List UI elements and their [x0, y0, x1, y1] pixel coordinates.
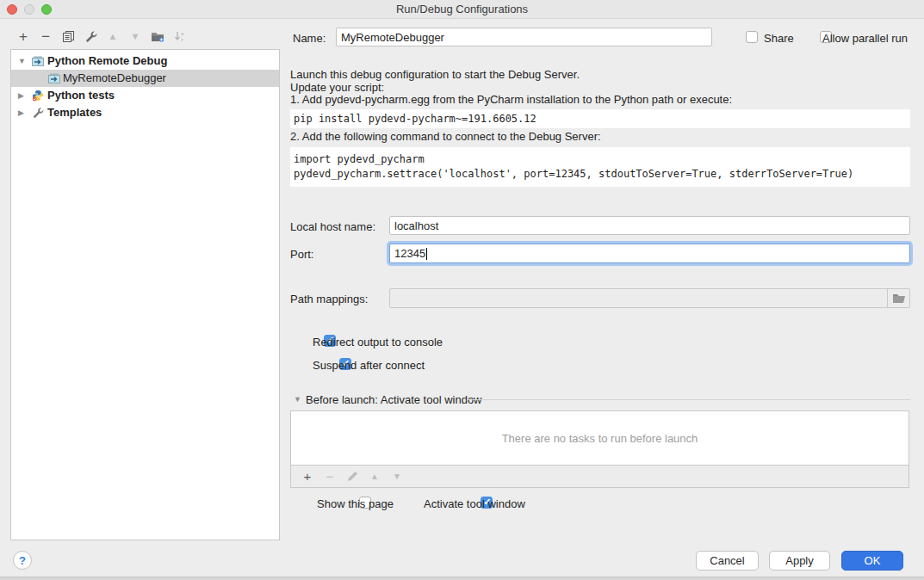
- move-task-down-icon: ▼: [386, 468, 408, 485]
- pip-command-code: pip install pydevd-pycharm~=191.6605.12: [290, 109, 910, 128]
- tree-item-myremotedebugger[interactable]: MyRemoteDebugger: [11, 70, 279, 87]
- new-folder-icon[interactable]: [146, 28, 169, 45]
- help-step-2: 2. Add the following command to connect …: [290, 130, 601, 143]
- move-up-icon: ▲: [102, 28, 124, 45]
- port-label: Port:: [290, 248, 313, 261]
- help-button[interactable]: ?: [13, 551, 32, 570]
- remove-configuration-button[interactable]: −: [34, 28, 57, 45]
- tree-item-label: Templates: [47, 104, 102, 121]
- port-input[interactable]: 12345: [389, 244, 910, 263]
- before-launch-collapse-icon[interactable]: ▼: [294, 395, 301, 404]
- configurations-tree: ▼ Python Remote Debug MyRemoteDebugger ▶: [10, 49, 280, 540]
- tree-item-label: Python tests: [47, 87, 115, 104]
- edit-defaults-wrench-icon[interactable]: [79, 28, 102, 45]
- name-label: Name:: [293, 32, 326, 45]
- configurations-toolbar: + − ▲ ▼ a z: [12, 28, 191, 45]
- add-configuration-button[interactable]: +: [12, 28, 34, 45]
- chevron-right-icon[interactable]: ▶: [18, 104, 24, 121]
- local-host-name-input[interactable]: [389, 216, 910, 235]
- remove-task-button: −: [319, 468, 341, 485]
- redirect-output-label: Redirect output to console: [313, 336, 443, 349]
- tree-item-python-remote-debug[interactable]: ▼ Python Remote Debug: [11, 52, 279, 70]
- suspend-after-connect-label: Suspend after connect: [313, 359, 425, 372]
- before-launch-toolbar: + − ▲ ▼: [290, 466, 909, 488]
- before-launch-title: Before launch: Activate tool window: [306, 393, 482, 406]
- sort-alphabetically-icon: a z: [169, 28, 191, 45]
- apply-button[interactable]: Apply: [769, 551, 830, 571]
- allow-parallel-run-label: Allow parallel run: [822, 32, 908, 45]
- help-line-2: Update your script:: [290, 81, 384, 94]
- copy-configuration-icon[interactable]: [57, 28, 79, 45]
- tree-item-label: Python Remote Debug: [47, 52, 167, 70]
- settrace-code-block: import pydevd_pycharmpydevd_pycharm.sett…: [290, 147, 910, 187]
- section-separator: [467, 399, 910, 400]
- help-line-1: Launch this debug configuration to start…: [290, 68, 580, 81]
- before-launch-task-list[interactable]: There are no tasks to run before launch: [290, 410, 909, 466]
- path-mappings-label: Path mappings:: [290, 293, 368, 305]
- share-checkbox[interactable]: [746, 31, 758, 43]
- share-label: Share: [764, 32, 794, 45]
- before-launch-empty-text: There are no tasks to run before launch: [502, 432, 698, 445]
- move-down-icon: ▼: [124, 28, 146, 45]
- show-this-page-label: Show this page: [317, 497, 394, 510]
- tree-item-label: MyRemoteDebugger: [63, 70, 166, 87]
- chevron-down-icon[interactable]: ▼: [18, 52, 26, 70]
- tree-item-templates[interactable]: ▶ Templates: [11, 104, 279, 121]
- svg-text:z: z: [181, 37, 183, 42]
- path-mappings-input[interactable]: [389, 288, 910, 308]
- chevron-right-icon[interactable]: ▶: [18, 87, 24, 104]
- activate-tool-window-label: Activate tool window: [424, 497, 525, 510]
- ok-button[interactable]: OK: [841, 551, 903, 571]
- svg-text:a: a: [181, 31, 184, 36]
- local-host-name-label: Local host name:: [290, 220, 375, 233]
- help-step-1: 1. Add pydevd-pycharm.egg from the PyCha…: [290, 93, 732, 106]
- tree-item-python-tests[interactable]: ▶ Python tests: [11, 87, 279, 104]
- add-task-button[interactable]: +: [296, 468, 319, 485]
- browse-path-mappings-button[interactable]: [887, 289, 909, 307]
- move-task-up-icon: ▲: [363, 468, 386, 485]
- wrench-icon: [32, 107, 44, 124]
- edit-task-pencil-icon: [341, 468, 363, 485]
- window-bottom-edge: [0, 577, 924, 580]
- name-input[interactable]: [336, 28, 712, 46]
- text-caret: [426, 248, 427, 260]
- folder-icon: [892, 293, 906, 304]
- cancel-button[interactable]: Cancel: [696, 551, 759, 571]
- configuration-editor: Name: Share Allow parallel run Launch th…: [290, 0, 911, 540]
